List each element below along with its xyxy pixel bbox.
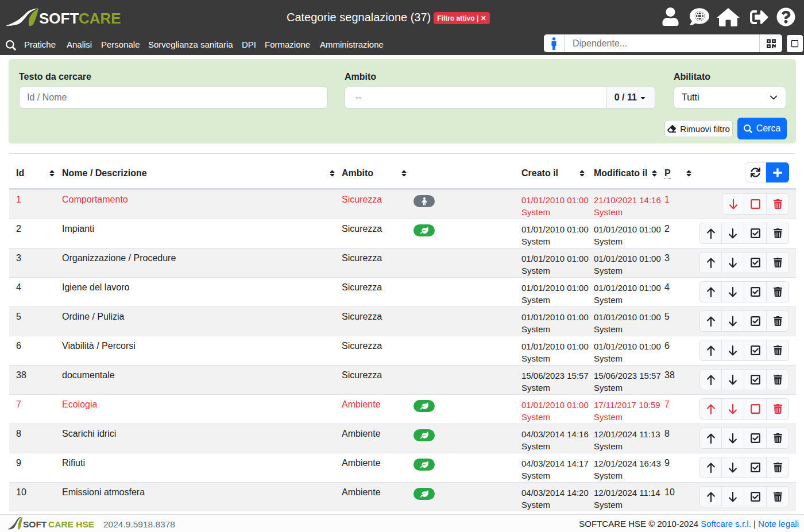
svg-text:2024.9.5918.8378: 2024.9.5918.8378: [103, 519, 175, 529]
svg-text:SOFT: SOFT: [39, 10, 79, 27]
svg-text:CARE: CARE: [79, 10, 121, 27]
svg-text:SOFT: SOFT: [23, 519, 47, 529]
svg-text:CARE HSE: CARE HSE: [48, 519, 94, 529]
